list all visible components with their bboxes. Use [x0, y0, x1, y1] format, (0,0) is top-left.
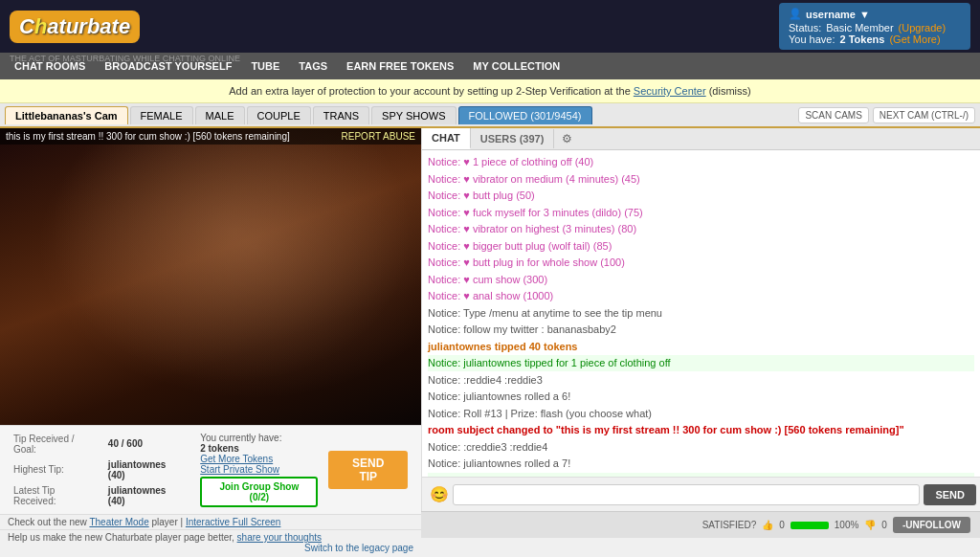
video-player[interactable]: this is my first stream !! 300 for cum s…: [0, 128, 421, 425]
status-value: Basic Member: [826, 22, 893, 33]
highest-tip-label: Highest Tip:: [10, 457, 102, 481]
tokens-value: 2 Tokens: [840, 33, 885, 45]
nav-collection[interactable]: MY COLLECTION: [463, 53, 569, 79]
tokens-label: You have:: [789, 33, 835, 45]
satisfaction-pct: 100%: [835, 520, 859, 530]
check-out-text: Check out the new: [8, 517, 87, 527]
tab-followed[interactable]: FOLLOWED (301/9454): [458, 106, 592, 124]
report-abuse-link[interactable]: REPORT ABUSE: [342, 131, 415, 142]
alert-bar: Add an extra layer of protection to your…: [0, 79, 980, 103]
feedback-strip: Help us make the new Chaturbate player p…: [0, 529, 421, 545]
list-item: Notice: juliantownes tipped for 1 piece …: [428, 355, 974, 371]
username-display: username: [806, 9, 856, 20]
tokens-count-value: 2 tokens: [200, 443, 239, 454]
tab-chat[interactable]: CHAT: [422, 128, 471, 149]
latest-tip-label: Latest Tip Received:: [10, 484, 102, 508]
send-tip-button[interactable]: SEND TIP: [328, 451, 408, 489]
theater-mode-link[interactable]: Theater Mode: [89, 517, 148, 527]
nav-tube[interactable]: TUBE: [241, 53, 289, 79]
join-group-button[interactable]: Join Group Show (0/2): [200, 477, 318, 507]
tokens-row: You have: 2 Tokens (Get More): [789, 33, 941, 45]
tab-male[interactable]: MALE: [195, 106, 245, 124]
upgrade-link[interactable]: (Upgrade): [899, 22, 947, 33]
list-item: Notice: ♥ butt plug (50): [428, 188, 974, 204]
list-item: Notice: Type /menu at anytime to see the…: [428, 305, 974, 322]
satisfaction-bar-visual: [791, 522, 829, 529]
list-item: juliantownes tipped 40 tokens: [428, 339, 974, 355]
next-cam-button[interactable]: NEXT CAM (CTRL-/): [873, 107, 975, 123]
satisfaction-bar: SATISFIED? 👍 0 100% 👎 0 -UNFOLLOW: [702, 517, 980, 533]
list-item: Notice: ♥ anal show (1000): [428, 288, 974, 304]
nav-tags[interactable]: TAGS: [289, 53, 337, 79]
logo-text: Chaturbate: [19, 14, 130, 38]
latest-tip-value: juliantownes (40): [104, 484, 189, 508]
list-item: Notice: ♥ vibrator on medium (4 minutes)…: [428, 171, 974, 188]
user-info-panel: 👤 username ▼ Status: Basic Member (Upgra…: [779, 3, 970, 50]
list-item: Notice: ♥ fuck myself for 3 minutes (dil…: [428, 205, 974, 221]
chat-panel: CHAT USERS (397) ⚙ Notice: ♥ 1 piece of …: [421, 128, 980, 511]
list-item: room subject changed to "this is my firs…: [428, 422, 974, 438]
chat-messages-list: Notice: ♥ 1 piece of clothing off (40) N…: [422, 150, 980, 477]
stream-stats: Tip Received / Goal: 40 / 600 You curren…: [0, 425, 421, 514]
send-chat-button[interactable]: SEND: [924, 484, 976, 505]
tip-received-label: Tip Received / Goal:: [10, 432, 102, 456]
get-more-tokens-link[interactable]: Get More Tokens: [200, 454, 318, 464]
header: Chaturbate THE ACT OF MASTURBATING WHILE…: [0, 0, 980, 53]
user-avatar-icon: 👤: [789, 8, 802, 20]
dropdown-icon[interactable]: ▼: [859, 9, 870, 20]
tokens-current-label: You currently have:: [200, 433, 318, 443]
video-frame: [0, 128, 421, 425]
get-more-link[interactable]: (Get More): [889, 33, 940, 45]
satisfied-label: SATISFIED?: [702, 520, 757, 530]
status-label: Status:: [789, 22, 821, 33]
theater-mode-strip: Check out the new Theater Mode player | …: [0, 514, 421, 529]
stream-title-overlay: this is my first stream !! 300 for cum s…: [0, 128, 421, 145]
start-private-link[interactable]: Start Private Show: [200, 464, 318, 475]
thumbs-up-icon: 👍: [762, 520, 773, 530]
interactive-fullscreen-link[interactable]: Interactive Full Screen: [186, 517, 281, 527]
list-item: Notice: ♥ butt plug in for whole show (1…: [428, 255, 974, 271]
list-item: Notice: ♥ vibrator on highest (3 minutes…: [428, 221, 974, 237]
tip-goal-value: 40 / 600: [104, 432, 189, 456]
satisfied-count: 0: [779, 520, 785, 530]
stream-title-text: this is my first stream !! 300 for cum s…: [6, 131, 290, 142]
unfollow-button[interactable]: -UNFOLLOW: [893, 517, 970, 533]
thumbs-down-icon: 👎: [864, 520, 876, 530]
chat-settings-icon[interactable]: ⚙: [554, 128, 580, 149]
scan-cams-button[interactable]: SCAN CAMS: [798, 107, 868, 123]
list-item: Notice: juliantownes rolled a 6!: [428, 389, 974, 405]
chat-tabs-bar: CHAT USERS (397) ⚙: [422, 128, 980, 150]
player-text: player |: [151, 517, 183, 527]
tab-spy-shows[interactable]: SPY SHOWS: [371, 106, 456, 124]
list-item: Notice: :reddie4 :reddie3: [428, 372, 974, 389]
tab-female[interactable]: FEMALE: [130, 106, 193, 124]
video-area: this is my first stream !! 300 for cum s…: [0, 128, 421, 511]
tab-users[interactable]: USERS (397): [471, 129, 555, 148]
thumbs-down-count: 0: [881, 520, 887, 530]
tab-trans[interactable]: TRANS: [313, 106, 369, 124]
tab-current-cam[interactable]: Littlebananas's Cam: [5, 106, 128, 124]
stats-table: Tip Received / Goal: 40 / 600 You curren…: [8, 430, 413, 510]
share-thoughts-link[interactable]: share your thoughts: [237, 532, 322, 543]
tab-couple[interactable]: COUPLE: [247, 106, 311, 124]
tagline: THE ACT OF MASTURBATING WHILE CHATTING O…: [10, 54, 240, 63]
highest-tip-value: juliantownes (40): [104, 457, 189, 481]
list-item: Notice: ♥ bigger butt plug (wolf tail) (…: [428, 238, 974, 255]
list-item: Notice: Roll #13 | Prize: flash (you cho…: [428, 406, 974, 422]
legacy-link[interactable]: Switch to the legacy page: [304, 543, 413, 553]
alert-dismiss[interactable]: (dismiss): [709, 85, 751, 97]
list-item: Notice: :creddie3 :reddie4: [428, 439, 974, 456]
cam-tabs: Littlebananas's Cam FEMALE MALE COUPLE T…: [0, 103, 980, 128]
chat-input-row: 😊 SEND: [422, 477, 980, 511]
list-item: Notice: juliantownes rolled a 7!: [428, 456, 974, 472]
site-logo[interactable]: Chaturbate: [10, 11, 140, 43]
security-center-link[interactable]: Security Center: [634, 85, 706, 97]
list-item: Notice: ♥ cum show (300): [428, 272, 974, 288]
nav-earn-tokens[interactable]: EARN FREE TOKENS: [337, 53, 463, 79]
chat-input[interactable]: [453, 484, 920, 505]
list-item: Notice: ♥ 1 piece of clothing off (40): [428, 154, 974, 170]
main-content: this is my first stream !! 300 for cum s…: [0, 128, 980, 511]
emoji-button[interactable]: 😊: [426, 481, 453, 507]
list-item: Notice: follow my twitter : bananasbaby2: [428, 322, 974, 338]
status-row: Status: Basic Member (Upgrade): [789, 22, 946, 33]
